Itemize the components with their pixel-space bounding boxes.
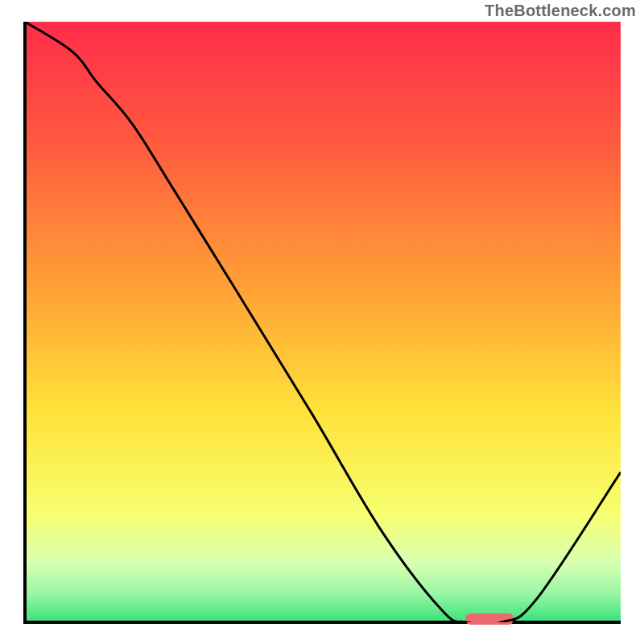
chart-container: TheBottleneck.com — [0, 0, 644, 644]
watermark-text: TheBottleneck.com — [485, 2, 636, 20]
optimum-marker — [466, 613, 514, 625]
plot-background-gradient — [25, 22, 621, 622]
bottleneck-chart — [0, 0, 644, 644]
